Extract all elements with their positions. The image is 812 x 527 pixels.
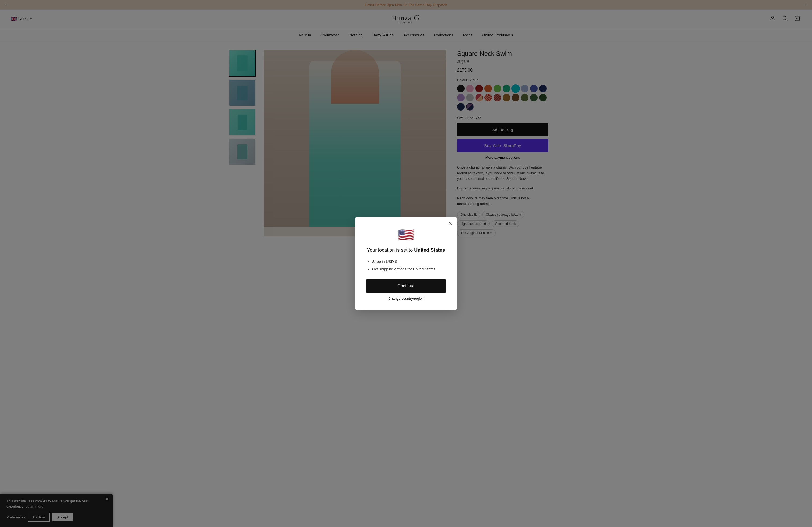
modal-close-button[interactable]: ✕	[448, 220, 453, 226]
location-modal: ✕ 🇺🇸 Your location is set to United Stat…	[355, 217, 457, 244]
modal-overlay: ✕ 🇺🇸 Your location is set to United Stat…	[0, 0, 812, 244]
modal-flag: 🇺🇸	[366, 228, 446, 243]
